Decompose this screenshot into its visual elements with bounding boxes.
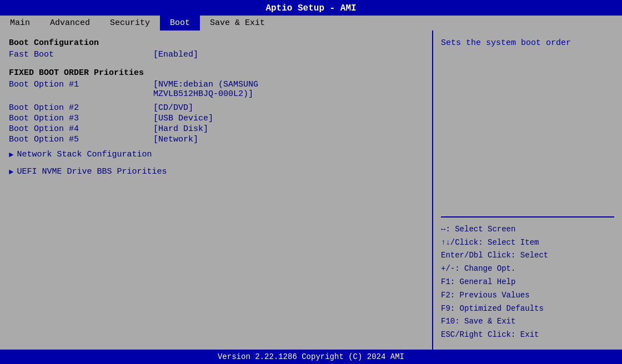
right-panel: Sets the system boot order ↔: Select Scr… <box>433 31 622 350</box>
help-line-6: F2: Previous Values <box>441 289 614 302</box>
fixed-order-header: FIXED BOOT ORDER Priorities <box>9 68 423 78</box>
help-line-4: +/-: Change Opt. <box>441 262 614 276</box>
footer-text: Version 2.22.1286 Copyright (C) 2024 AMI <box>218 352 404 361</box>
fast-boot-label: Fast Boot <box>9 50 153 59</box>
boot-option-2-label: Boot Option #2 <box>9 103 153 113</box>
boot-option-3-label: Boot Option #3 <box>9 114 153 123</box>
uefi-nvme-item[interactable]: ► UEFI NVME Drive BBS Priorities <box>9 167 423 176</box>
boot-option-1-label: Boot Option #1 <box>9 80 153 99</box>
boot-option-5-row[interactable]: Boot Option #5 [Network] <box>9 135 423 144</box>
left-panel: Boot Configuration Fast Boot [Enabled] F… <box>0 31 433 350</box>
menu-security[interactable]: Security <box>100 16 160 31</box>
boot-option-3-row[interactable]: Boot Option #3 [USB Device] <box>9 114 423 123</box>
menu-main[interactable]: Main <box>0 16 40 31</box>
spacer-3 <box>9 159 423 163</box>
footer: Version 2.22.1286 Copyright (C) 2024 AMI <box>0 350 622 364</box>
help-line-8: F10: Save & Exit <box>441 315 614 328</box>
network-stack-label: Network Stack Configuration <box>17 150 152 159</box>
fast-boot-value: [Enabled] <box>153 50 198 59</box>
boot-option-3-value: [USB Device] <box>153 114 213 123</box>
help-section: ↔: Select Screen ↑↓/Click: Select Item E… <box>441 216 614 342</box>
menu-advanced[interactable]: Advanced <box>40 16 100 31</box>
title-bar: Aptio Setup - AMI <box>0 0 622 16</box>
boot-option-2-row[interactable]: Boot Option #2 [CD/DVD] <box>9 103 423 113</box>
menu-boot[interactable]: Boot <box>160 16 200 31</box>
menu-save-exit[interactable]: Save & Exit <box>200 16 275 31</box>
spacer-1 <box>9 60 423 68</box>
help-line-5: F1: General Help <box>441 276 614 289</box>
menu-bar: Main Advanced Security Boot Save & Exit <box>0 16 622 31</box>
boot-config-header: Boot Configuration <box>9 38 423 48</box>
app-title: Aptio Setup - AMI <box>265 3 356 13</box>
main-area: Boot Configuration Fast Boot [Enabled] F… <box>0 31 622 350</box>
arrow-right-icon-1: ► <box>9 150 13 159</box>
fast-boot-row[interactable]: Fast Boot [Enabled] <box>9 50 423 59</box>
help-line-7: F9: Optimized Defaults <box>441 302 614 316</box>
boot-option-4-label: Boot Option #4 <box>9 124 153 134</box>
boot-option-4-value: [Hard Disk] <box>153 124 208 134</box>
boot-option-4-row[interactable]: Boot Option #4 [Hard Disk] <box>9 124 423 134</box>
boot-option-1-value: [NVME:debian (SAMSUNGMZVLB512HBJQ-000L2)… <box>153 80 258 99</box>
boot-option-1-row[interactable]: Boot Option #1 [NVME:debian (SAMSUNGMZVL… <box>9 80 423 99</box>
boot-option-5-label: Boot Option #5 <box>9 135 153 144</box>
help-line-9: ESC/Right Click: Exit <box>441 328 614 342</box>
uefi-nvme-label: UEFI NVME Drive BBS Priorities <box>17 167 167 176</box>
boot-option-2-value: [CD/DVD] <box>153 103 193 113</box>
help-line-2: ↑↓/Click: Select Item <box>441 236 614 250</box>
boot-option-5-value: [Network] <box>153 135 198 144</box>
arrow-right-icon-2: ► <box>9 168 13 176</box>
help-line-3: Enter/Dbl Click: Select <box>441 249 614 262</box>
network-stack-item[interactable]: ► Network Stack Configuration <box>9 150 423 159</box>
help-line-1: ↔: Select Screen <box>441 223 614 236</box>
right-panel-description: Sets the system boot order <box>441 38 614 48</box>
